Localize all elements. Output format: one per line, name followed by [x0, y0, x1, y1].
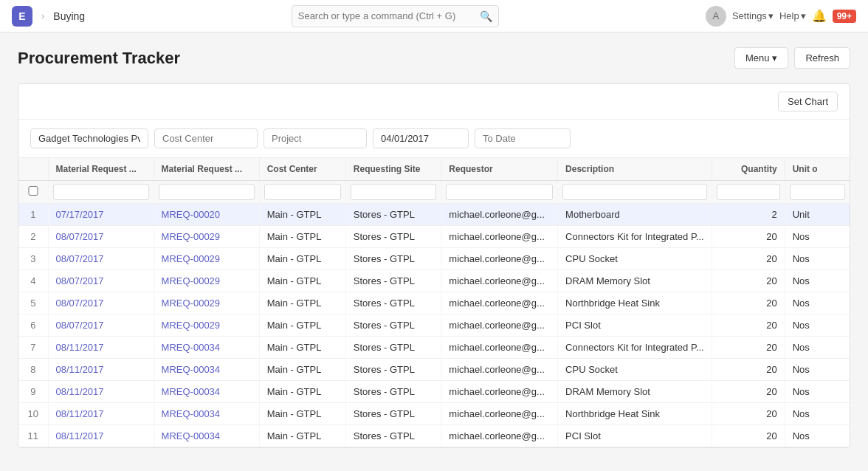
row-requestor: michael.corleone@g...: [441, 381, 558, 403]
col-header-req-site[interactable]: Requesting Site: [345, 158, 441, 181]
row-cost-center: Main - GTPL: [259, 425, 345, 447]
row-mr-date[interactable]: 08/07/2017: [48, 292, 154, 314]
row-description: Connectors Kit for Integrated P...: [558, 337, 712, 359]
help-chevron-icon: ▾: [801, 10, 806, 21]
cost-center-col-filter[interactable]: [264, 184, 341, 200]
row-num: 6: [18, 314, 48, 337]
page-header: Procurement Tracker Menu ▾ Refresh: [18, 47, 850, 69]
row-mr-no[interactable]: MREQ-00029: [154, 248, 259, 270]
row-description: Northbridge Heat Sink: [558, 403, 712, 425]
row-cost-center: Main - GTPL: [259, 292, 345, 314]
row-mr-no[interactable]: MREQ-00029: [154, 314, 259, 337]
quantity-col-filter[interactable]: [717, 184, 780, 200]
row-cost-center: Main - GTPL: [259, 381, 345, 403]
help-menu[interactable]: Help ▾: [779, 10, 806, 21]
page-content: Procurement Tracker Menu ▾ Refresh Set C…: [0, 32, 868, 463]
row-mr-date[interactable]: 07/17/2017: [48, 204, 154, 226]
col-header-cost-center[interactable]: Cost Center: [259, 158, 345, 181]
col-header-mr-no[interactable]: Material Request ...: [154, 158, 259, 181]
row-cost-center: Main - GTPL: [259, 359, 345, 381]
row-mr-date[interactable]: 08/11/2017: [48, 425, 154, 447]
row-mr-no[interactable]: MREQ-00034: [154, 359, 259, 381]
row-quantity: 20: [712, 248, 785, 270]
row-req-site: Stores - GTPL: [345, 204, 441, 226]
row-mr-no[interactable]: MREQ-00034: [154, 337, 259, 359]
notification-badge: 99+: [833, 10, 856, 23]
row-req-site: Stores - GTPL: [345, 270, 441, 292]
breadcrumb-buying[interactable]: Buying: [53, 10, 85, 22]
cost-center-filter[interactable]: [154, 128, 258, 148]
avatar[interactable]: A: [706, 6, 726, 27]
row-mr-no[interactable]: MREQ-00020: [154, 204, 259, 226]
mr-date-col-filter[interactable]: [53, 184, 149, 200]
menu-button[interactable]: Menu ▾: [734, 47, 789, 69]
table-row: 11 08/11/2017 MREQ-00034 Main - GTPL Sto…: [18, 425, 850, 447]
col-header-description[interactable]: Description: [558, 158, 712, 181]
row-mr-date[interactable]: 08/07/2017: [48, 248, 154, 270]
row-requestor: michael.corleone@g...: [441, 337, 558, 359]
row-mr-date[interactable]: 08/07/2017: [48, 314, 154, 337]
row-unit: Nos: [785, 337, 850, 359]
row-req-site: Stores - GTPL: [345, 359, 441, 381]
row-quantity: 20: [712, 292, 785, 314]
row-mr-date[interactable]: 08/11/2017: [48, 381, 154, 403]
unit-col-filter[interactable]: [790, 184, 845, 200]
row-mr-date[interactable]: 08/11/2017: [48, 403, 154, 425]
set-chart-button[interactable]: Set Chart: [778, 92, 838, 111]
to-date-filter[interactable]: [475, 128, 571, 148]
row-unit: Nos: [785, 270, 850, 292]
breadcrumb-chevron: ›: [41, 10, 44, 21]
row-mr-no[interactable]: MREQ-00029: [154, 226, 259, 248]
company-filter[interactable]: [30, 128, 148, 148]
row-cost-center: Main - GTPL: [259, 337, 345, 359]
row-mr-no[interactable]: MREQ-00029: [154, 270, 259, 292]
global-search[interactable]: 🔍: [292, 5, 500, 27]
mr-no-col-filter[interactable]: [159, 184, 255, 200]
row-requestor: michael.corleone@g...: [441, 248, 558, 270]
description-col-filter[interactable]: [562, 184, 707, 200]
card-toolbar: Set Chart: [18, 84, 850, 120]
col-header-unit[interactable]: Unit o: [785, 158, 850, 181]
main-card: Set Chart Material Request ... Material …: [18, 83, 850, 448]
col-header-requestor[interactable]: Requestor: [441, 158, 558, 181]
settings-menu[interactable]: Settings ▾: [732, 10, 774, 21]
row-cost-center: Main - GTPL: [259, 403, 345, 425]
row-mr-date[interactable]: 08/11/2017: [48, 337, 154, 359]
row-mr-date[interactable]: 08/07/2017: [48, 226, 154, 248]
row-quantity: 20: [712, 403, 785, 425]
row-mr-no[interactable]: MREQ-00034: [154, 403, 259, 425]
table-row: 1 07/17/2017 MREQ-00020 Main - GTPL Stor…: [18, 204, 850, 226]
row-num: 4: [18, 270, 48, 292]
refresh-button[interactable]: Refresh: [794, 47, 850, 69]
row-mr-no[interactable]: MREQ-00034: [154, 381, 259, 403]
project-filter[interactable]: [264, 128, 367, 148]
row-description: CPU Socket: [558, 248, 712, 270]
app-icon[interactable]: E: [12, 6, 32, 27]
row-num: 1: [18, 204, 48, 226]
select-all-checkbox[interactable]: [23, 186, 44, 196]
notifications-icon[interactable]: 🔔: [812, 9, 827, 23]
req-site-col-filter[interactable]: [351, 184, 437, 200]
row-num: 5: [18, 292, 48, 314]
col-header-mr-date[interactable]: Material Request ...: [48, 158, 154, 181]
row-quantity: 20: [712, 270, 785, 292]
search-input[interactable]: [298, 10, 480, 21]
row-description: DRAM Memory Slot: [558, 381, 712, 403]
row-mr-no[interactable]: MREQ-00034: [154, 425, 259, 447]
row-description: Connectors Kit for Integrated P...: [558, 226, 712, 248]
row-mr-date[interactable]: 08/11/2017: [48, 359, 154, 381]
row-cost-center: Main - GTPL: [259, 314, 345, 337]
row-description: CPU Socket: [558, 359, 712, 381]
page-title: Procurement Tracker: [18, 49, 180, 68]
row-cost-center: Main - GTPL: [259, 248, 345, 270]
row-requestor: michael.corleone@g...: [441, 270, 558, 292]
row-num: 3: [18, 248, 48, 270]
requestor-col-filter[interactable]: [446, 184, 553, 200]
col-header-quantity[interactable]: Quantity: [712, 158, 785, 181]
table-row: 10 08/11/2017 MREQ-00034 Main - GTPL Sto…: [18, 403, 850, 425]
from-date-filter[interactable]: [373, 128, 469, 148]
row-req-site: Stores - GTPL: [345, 248, 441, 270]
data-table-wrap: Material Request ... Material Request ..…: [18, 158, 850, 447]
row-mr-no[interactable]: MREQ-00029: [154, 292, 259, 314]
row-mr-date[interactable]: 08/07/2017: [48, 270, 154, 292]
